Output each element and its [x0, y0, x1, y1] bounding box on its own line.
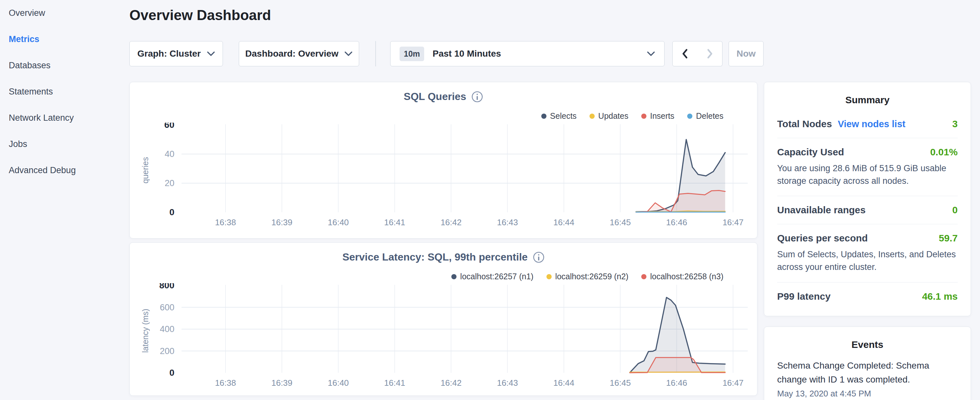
- svg-text:16:40: 16:40: [328, 217, 349, 227]
- legend-item[interactable]: localhost:26259 (n2): [546, 272, 628, 281]
- summary-value: 0.01%: [930, 147, 958, 158]
- service-latency-chart[interactable]: 020040060080016:3816:3916:4016:4116:4216…: [130, 283, 758, 390]
- summary-label: Total Nodes: [777, 118, 832, 129]
- svg-text:16:41: 16:41: [384, 217, 405, 227]
- svg-text:40: 40: [165, 149, 174, 159]
- info-icon[interactable]: [533, 252, 544, 263]
- svg-text:16:39: 16:39: [272, 378, 293, 388]
- legend-item[interactable]: localhost:26257 (n1): [451, 272, 533, 281]
- legend-item[interactable]: localhost:26258 (n3): [641, 272, 724, 281]
- legend-dot-icon: [641, 274, 646, 279]
- svg-text:400: 400: [160, 324, 174, 334]
- legend-dot-icon: [546, 274, 552, 279]
- now-button[interactable]: Now: [729, 41, 764, 66]
- svg-text:0: 0: [169, 207, 174, 217]
- sidebar-item-network-latency[interactable]: Network Latency: [0, 105, 129, 131]
- summary-description: You are using 28.6 MiB of 515.9 GiB usab…: [777, 162, 958, 187]
- sidebar-item-overview[interactable]: Overview: [0, 0, 129, 26]
- chart-legend: SelectsUpdatesInsertsDeletes: [541, 112, 724, 121]
- time-prev-button[interactable]: [672, 41, 698, 66]
- page-title: Overview Dashboard: [129, 7, 271, 23]
- events-panel: Events Schema Change Completed: Schema c…: [764, 327, 971, 400]
- legend-label: Updates: [598, 112, 628, 121]
- svg-text:16:43: 16:43: [497, 378, 518, 388]
- graph-dropdown-label: Graph: Cluster: [137, 49, 200, 59]
- summary-row-capacity-used: Capacity Used 0.01% You are using 28.6 M…: [777, 138, 958, 196]
- info-icon[interactable]: [471, 91, 483, 103]
- time-range-label: Past 10 Minutes: [433, 49, 647, 59]
- sidebar-item-advanced-debug[interactable]: Advanced Debug: [0, 157, 129, 183]
- summary-value: 0: [952, 204, 958, 215]
- legend-item[interactable]: Deletes: [687, 112, 724, 121]
- event-item[interactable]: Schema Change Completed: Schema change w…: [777, 359, 958, 399]
- svg-text:16:47: 16:47: [722, 378, 743, 388]
- svg-text:16:43: 16:43: [497, 217, 518, 227]
- legend-dot-icon: [451, 274, 457, 279]
- chart-title: Service Latency: SQL, 99th percentile: [342, 251, 528, 263]
- svg-text:800: 800: [159, 283, 174, 290]
- chevron-left-icon: [682, 49, 688, 59]
- sidebar-item-label: Statements: [9, 87, 53, 97]
- summary-label: Capacity Used: [777, 147, 844, 158]
- sidebar-item-label: Overview: [9, 8, 45, 18]
- sidebar-item-jobs[interactable]: Jobs: [0, 131, 129, 157]
- svg-text:200: 200: [160, 346, 174, 356]
- svg-text:20: 20: [165, 178, 174, 188]
- legend-item[interactable]: Selects: [541, 112, 576, 121]
- svg-text:16:45: 16:45: [610, 378, 631, 388]
- time-range-dropdown[interactable]: 10m Past 10 Minutes: [390, 41, 665, 66]
- chevron-right-icon: [707, 49, 713, 59]
- svg-text:16:42: 16:42: [441, 217, 462, 227]
- chart-legend: localhost:26257 (n1)localhost:26259 (n2)…: [451, 272, 724, 281]
- legend-label: localhost:26257 (n1): [460, 272, 533, 281]
- sidebar-item-label: Network Latency: [9, 113, 74, 123]
- svg-text:16:39: 16:39: [272, 217, 293, 227]
- legend-dot-icon: [541, 113, 546, 119]
- summary-description: Sum of Selects, Updates, Inserts, and De…: [777, 248, 958, 274]
- summary-label: Unavailable ranges: [777, 204, 865, 215]
- graph-dropdown[interactable]: Graph: Cluster: [129, 41, 223, 66]
- summary-row-unavailable-ranges: Unavailable ranges 0: [777, 196, 958, 224]
- chevron-down-icon: [207, 51, 215, 56]
- sql-queries-chart-panel: SQL Queries SelectsUpdatesInsertsDeletes…: [129, 82, 757, 239]
- svg-text:16:40: 16:40: [328, 378, 349, 388]
- svg-text:16:47: 16:47: [722, 217, 743, 227]
- svg-text:60: 60: [164, 123, 174, 130]
- summary-label: Queries per second: [777, 233, 868, 244]
- chart-title: SQL Queries: [404, 91, 466, 103]
- legend-dot-icon: [641, 113, 646, 119]
- service-latency-chart-panel: Service Latency: SQL, 99th percentile lo…: [129, 242, 757, 396]
- legend-label: Inserts: [650, 112, 674, 121]
- legend-label: localhost:26259 (n2): [555, 272, 628, 281]
- time-range-badge: 10m: [399, 46, 424, 61]
- sql-queries-chart[interactable]: 020406016:3816:3916:4016:4116:4216:4316:…: [130, 123, 758, 229]
- dashboard-dropdown-label: Dashboard: Overview: [245, 49, 339, 59]
- svg-text:16:38: 16:38: [215, 378, 236, 388]
- legend-dot-icon: [687, 113, 692, 119]
- svg-text:0: 0: [169, 368, 174, 378]
- dashboard-dropdown[interactable]: Dashboard: Overview: [239, 41, 359, 66]
- legend-item[interactable]: Inserts: [641, 112, 674, 121]
- summary-value: 59.7: [939, 233, 958, 244]
- summary-row-total-nodes: Total Nodes View nodes list 3: [777, 110, 958, 138]
- events-title: Events: [777, 336, 958, 355]
- time-next-button[interactable]: [697, 41, 722, 66]
- legend-item[interactable]: Updates: [590, 112, 628, 121]
- svg-text:16:46: 16:46: [666, 378, 687, 388]
- summary-label: P99 latency: [777, 291, 830, 302]
- sidebar-item-label: Jobs: [9, 139, 27, 149]
- svg-text:16:44: 16:44: [553, 378, 574, 388]
- view-nodes-list-link[interactable]: View nodes list: [838, 119, 905, 129]
- summary-row-p99-latency: P99 latency 46.1 ms: [777, 282, 958, 310]
- sidebar-item-statements[interactable]: Statements: [0, 79, 129, 105]
- svg-text:16:41: 16:41: [384, 378, 405, 388]
- summary-panel: Summary Total Nodes View nodes list 3 Ca…: [764, 82, 971, 316]
- summary-value: 46.1 ms: [922, 291, 958, 302]
- controls-divider: [375, 41, 376, 66]
- svg-text:16:38: 16:38: [215, 217, 236, 227]
- svg-text:16:44: 16:44: [553, 217, 574, 227]
- svg-text:16:42: 16:42: [441, 378, 462, 388]
- svg-text:600: 600: [160, 303, 174, 312]
- summary-value: 3: [952, 118, 958, 129]
- event-text: Schema Change Completed: Schema change w…: [777, 359, 958, 387]
